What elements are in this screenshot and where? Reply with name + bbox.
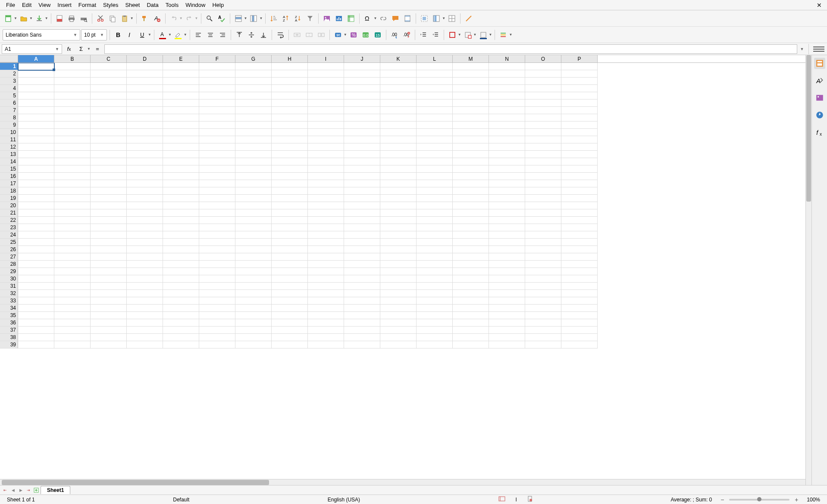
cell-F13[interactable] [199,151,235,158]
cell-H28[interactable] [272,261,308,268]
cell-D39[interactable] [127,341,163,348]
cell-P12[interactable] [561,143,598,151]
cell-O1[interactable] [525,63,561,70]
cell-E1[interactable] [163,63,199,70]
cell-A3[interactable] [18,78,54,85]
cell-H4[interactable] [272,85,308,92]
cell-H24[interactable] [272,231,308,239]
cell-M9[interactable] [453,121,489,129]
cell-D7[interactable] [127,107,163,114]
cell-K11[interactable] [380,136,417,143]
cell-H11[interactable] [272,136,308,143]
cell-N18[interactable] [489,187,525,195]
cell-O7[interactable] [525,107,561,114]
cell-O9[interactable] [525,121,561,129]
cell-D27[interactable] [127,253,163,261]
cell-D5[interactable] [127,92,163,100]
cell-N20[interactable] [489,202,525,209]
cell-J1[interactable] [344,63,380,70]
row-head-24[interactable]: 24 [0,231,18,239]
row-head-23[interactable]: 23 [0,224,18,231]
cell-B33[interactable] [54,297,91,305]
cell-N38[interactable] [489,334,525,341]
cell-O20[interactable] [525,202,561,209]
cell-A5[interactable] [18,92,54,100]
cell-J5[interactable] [344,92,380,100]
font-size-combo[interactable]: 10 pt ▼ [81,29,107,40]
cell-K4[interactable] [380,85,417,92]
undo-button[interactable] [168,13,179,24]
insert-hyperlink-button[interactable] [378,13,389,24]
cell-E28[interactable] [163,261,199,268]
cell-J18[interactable] [344,187,380,195]
row-head-25[interactable]: 25 [0,239,18,246]
cell-H17[interactable] [272,180,308,187]
cell-F17[interactable] [199,180,235,187]
cell-F29[interactable] [199,268,235,275]
cell-D24[interactable] [127,231,163,239]
cell-C4[interactable] [91,85,127,92]
cell-G20[interactable] [235,202,272,209]
cell-A29[interactable] [18,268,54,275]
cell-H30[interactable] [272,275,308,283]
cell-H18[interactable] [272,187,308,195]
cell-L27[interactable] [417,253,453,261]
cell-A20[interactable] [18,202,54,209]
cell-I22[interactable] [308,217,344,224]
status-insert-mode[interactable]: I [512,497,520,503]
row-head-17[interactable]: 17 [0,180,18,187]
cell-H25[interactable] [272,239,308,246]
cell-B12[interactable] [54,143,91,151]
cell-N1[interactable] [489,63,525,70]
cell-E15[interactable] [163,165,199,173]
cell-L29[interactable] [417,268,453,275]
cell-I32[interactable] [308,290,344,297]
cell-L2[interactable] [417,70,453,78]
cell-H34[interactable] [272,305,308,312]
row-head-20[interactable]: 20 [0,202,18,209]
status-language[interactable]: English (USA) [324,497,363,503]
cell-O28[interactable] [525,261,561,268]
cell-N26[interactable] [489,246,525,253]
cell-L3[interactable] [417,78,453,85]
cell-K30[interactable] [380,275,417,283]
cell-D29[interactable] [127,268,163,275]
cell-M37[interactable] [453,327,489,334]
cell-A8[interactable] [18,114,54,121]
cell-H38[interactable] [272,334,308,341]
cell-A37[interactable] [18,327,54,334]
cell-L23[interactable] [417,224,453,231]
cell-K36[interactable] [380,319,417,327]
cell-I34[interactable] [308,305,344,312]
cell-K10[interactable] [380,129,417,136]
cell-M20[interactable] [453,202,489,209]
insert-pivot-button[interactable] [345,13,357,24]
format-currency-button[interactable]: $€ [332,29,344,40]
cell-N16[interactable] [489,173,525,180]
cell-M35[interactable] [453,312,489,319]
formula-input[interactable] [104,44,797,54]
cell-K5[interactable] [380,92,417,100]
cell-D20[interactable] [127,202,163,209]
cell-N10[interactable] [489,129,525,136]
cell-F22[interactable] [199,217,235,224]
headers-footers-button[interactable] [402,13,413,24]
cell-N2[interactable] [489,70,525,78]
col-head-G[interactable]: G [235,55,272,62]
cell-A27[interactable] [18,253,54,261]
cell-H27[interactable] [272,253,308,261]
cell-F14[interactable] [199,158,235,165]
cell-C15[interactable] [91,165,127,173]
cut-button[interactable] [95,13,106,24]
cell-A1[interactable] [18,63,54,70]
cell-F37[interactable] [199,327,235,334]
cell-L17[interactable] [417,180,453,187]
cell-C22[interactable] [91,217,127,224]
cell-J13[interactable] [344,151,380,158]
cell-M34[interactable] [453,305,489,312]
cell-E29[interactable] [163,268,199,275]
cell-E36[interactable] [163,319,199,327]
cell-O36[interactable] [525,319,561,327]
cell-O17[interactable] [525,180,561,187]
cell-G12[interactable] [235,143,272,151]
